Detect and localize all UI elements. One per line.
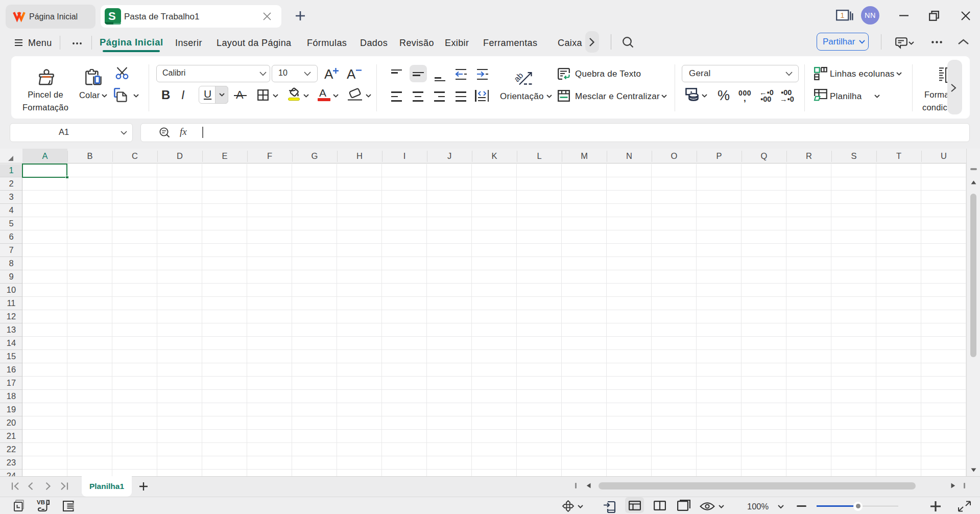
svg-text:1: 1 xyxy=(840,11,844,19)
svg-text:VB: VB xyxy=(37,499,45,505)
